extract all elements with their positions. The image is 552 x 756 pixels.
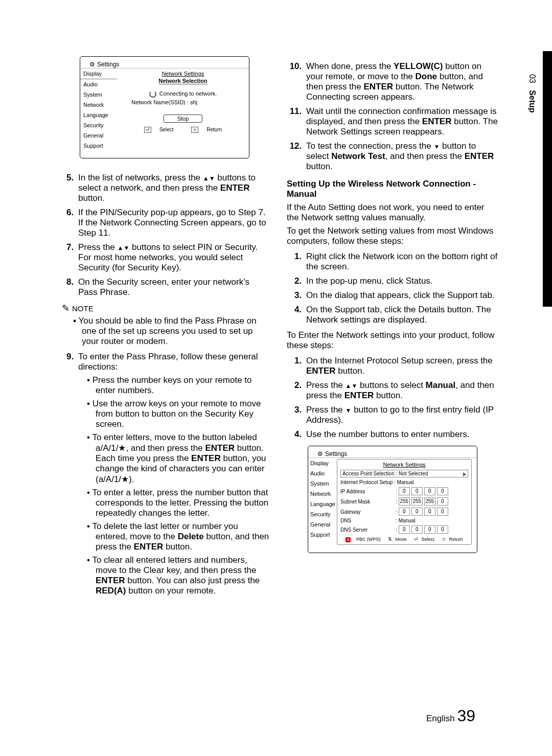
sidebar-support: Support — [80, 141, 117, 151]
up-arrow-icon — [346, 380, 352, 390]
down-arrow-icon — [351, 380, 357, 390]
manual-steps-enter: On the Internet Protocol Setup screen, p… — [287, 356, 498, 440]
gear-icon: ⚙ — [317, 450, 323, 457]
note-body: You should be able to find the Pass Phra… — [73, 316, 270, 347]
sidebar-display: Display — [80, 68, 117, 79]
manual-p2: To get the Network setting values from m… — [287, 226, 498, 246]
connecting-text: Connecting to network. — [159, 90, 217, 97]
right-arrow-icon — [463, 472, 466, 476]
dns-server-row: DNS Server: 0000 — [340, 525, 468, 534]
return-icon: ⊃ — [191, 127, 198, 133]
estep-3: Press the button to go to the first entr… — [304, 405, 498, 425]
gateway-row: Gateway: 0000 — [340, 508, 468, 516]
bullet-2: Use the arrow keys on your remote to mov… — [87, 399, 270, 429]
right-column: When done, press the YELLOW(C) button on… — [287, 56, 498, 601]
mstep-2: In the pop-up menu, click Status. — [304, 276, 498, 286]
foot-return: Return — [206, 127, 222, 132]
manual-p1: If the Auto Setting does not work, you n… — [287, 202, 498, 223]
settings-sidebar: Display Audio System Network Language Se… — [308, 458, 337, 546]
chapter-section: Setup — [528, 90, 537, 112]
sidebar-system: System — [80, 89, 117, 100]
sidebar-security: Security — [80, 120, 117, 130]
ip-setup-mode: Internet Protocol Setup : Manual — [340, 479, 468, 485]
steps-list-5to9: In the list of networks, press the butto… — [59, 173, 270, 297]
footer-language: English — [426, 714, 455, 723]
down-arrow-icon — [346, 405, 352, 415]
manual-network-screenshot: ⚙Settings Display Audio System Network L… — [308, 446, 477, 553]
step-7: Press the buttons to select PIN or Secur… — [76, 242, 270, 273]
steps-list-10to12: When done, press the YELLOW(C) button on… — [287, 61, 498, 172]
step-9: To enter the Pass Phrase, follow these g… — [59, 352, 270, 596]
settings-title: Settings — [97, 61, 119, 68]
mstep-4: On the Support tab, click the Details bu… — [304, 305, 498, 325]
stop-button: Stop — [164, 114, 203, 123]
left-column: ⚙Settings Display Audio System Network L… — [59, 56, 270, 601]
step-8: On the Security screen, enter your netwo… — [76, 277, 270, 297]
panel-title: Network Settings — [340, 462, 468, 468]
bullet-3: To enter letters, move to the button lab… — [87, 432, 270, 485]
access-point-selection: Access Point Selection : Not Selected — [340, 470, 468, 477]
page-number: 39 — [457, 706, 475, 725]
enter-icon: ⏎ — [144, 127, 151, 133]
step-5: In the list of networks, press the butto… — [76, 173, 270, 203]
foot-select: Select — [159, 127, 174, 132]
down-arrow-icon — [433, 141, 440, 151]
mstep-1: Right click the Network icon on the bott… — [304, 251, 498, 272]
manual-steps-windows: Right click the Network icon on the bott… — [287, 251, 498, 325]
settings-title: Settings — [325, 450, 347, 457]
down-arrow-icon — [123, 242, 129, 252]
up-arrow-icon — [203, 173, 209, 182]
panel-title: Network Settings — [121, 71, 245, 77]
bullet-1: Press the number keys on your remote to … — [87, 375, 270, 396]
sidebar-language: Language — [80, 110, 117, 120]
step-11: Wait until the connection confirmation m… — [304, 106, 498, 137]
mstep-3: On the dialog that appears, click the Su… — [304, 290, 498, 301]
step-6: If the PIN/Security pop-up appears, go t… — [76, 208, 270, 238]
page-footer: English 39 — [426, 706, 475, 725]
network-selection-screenshot: ⚙Settings Display Audio System Network L… — [80, 56, 249, 158]
bullet-4: To enter a letter, press the number butt… — [87, 488, 270, 518]
estep-4: Use the number buttons to enter numbers. — [304, 429, 498, 440]
manual-p3: To Enter the Network settings into your … — [287, 330, 498, 351]
tv2-footer: A PBC (WPS) ⇅ Move ⏎ Select ⊃ Return — [340, 537, 468, 542]
up-arrow-icon — [118, 242, 124, 252]
subnet-mask-row: Subnet Mask: 2552552550 — [340, 497, 468, 506]
estep-1: On the Internet Protocol Setup screen, p… — [304, 356, 498, 376]
dns-row: DNS:Manual — [340, 518, 468, 523]
step-12: To test the connection, press the button… — [304, 141, 498, 172]
chapter-number: 03 — [528, 74, 537, 83]
chapter-tab — [543, 51, 552, 307]
bullet-6: To clear all entered letters and numbers… — [87, 555, 270, 596]
note-heading: NOTE — [62, 303, 270, 314]
manual-setup-heading: Setting Up the Wireless Network Connecti… — [287, 179, 498, 199]
down-arrow-icon — [209, 173, 215, 182]
ip-address-row: IP Address: 0000 — [340, 487, 468, 495]
sidebar-network: Network — [80, 100, 117, 110]
panel-subtitle: Network Selection — [158, 78, 207, 84]
sidebar-general: General — [80, 130, 117, 141]
step-9-bullets: Press the number keys on your remote to … — [78, 375, 270, 596]
ssid-text: Network Name(SSID) : shj — [131, 99, 245, 105]
red-a-icon: A — [346, 537, 351, 542]
sidebar-audio: Audio — [80, 79, 117, 89]
step-10: When done, press the YELLOW(C) button on… — [304, 61, 498, 102]
gear-icon: ⚙ — [89, 61, 95, 68]
spinner-icon — [149, 90, 156, 98]
bullet-5: To delete the last letter or number you … — [87, 521, 270, 552]
settings-sidebar: Display Audio System Network Language Se… — [80, 68, 117, 151]
estep-2: Press the buttons to select Manual, and … — [304, 380, 498, 401]
chapter-label: 03 Setup — [527, 74, 537, 113]
